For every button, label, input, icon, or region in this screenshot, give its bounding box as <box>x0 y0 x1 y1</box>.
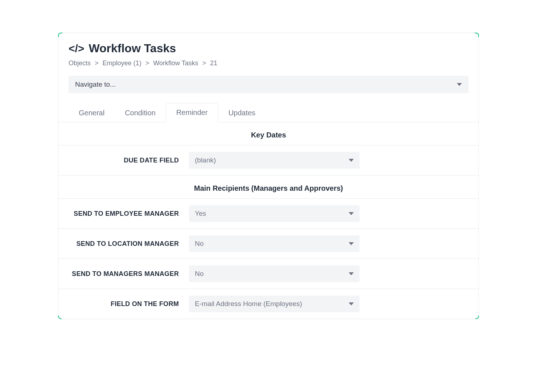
select-send-to-managers-manager[interactable]: No <box>189 265 360 282</box>
label-send-to-managers-manager: SEND TO MANAGERS MANAGER <box>58 270 189 278</box>
chevron-down-icon <box>457 83 462 86</box>
select-value: Yes <box>195 210 206 218</box>
select-field-on-the-form[interactable]: E-mail Address Home (Employees) <box>189 296 360 312</box>
chevron-down-icon <box>349 302 354 305</box>
chevron-down-icon <box>349 159 354 162</box>
breadcrumb-link-employee[interactable]: Employee (1) <box>103 59 142 67</box>
breadcrumb: Objects > Employee (1) > Workflow Tasks … <box>69 59 468 67</box>
label-due-date-field: DUE DATE FIELD <box>58 157 189 164</box>
title-row: </> Workflow Tasks <box>69 42 468 55</box>
tab-updates[interactable]: Updates <box>218 104 266 122</box>
select-due-date-field[interactable]: (blank) <box>189 152 360 169</box>
label-field-on-the-form: FIELD ON THE FORM <box>58 300 189 308</box>
page-title: Workflow Tasks <box>89 42 176 55</box>
section-header-main-recipients: Main Recipients (Managers and Approvers) <box>58 176 479 199</box>
tab-general[interactable]: General <box>69 104 115 122</box>
label-send-to-employee-manager: SEND TO EMPLOYEE MANAGER <box>58 210 189 218</box>
row-send-to-employee-manager: SEND TO EMPLOYEE MANAGER Yes <box>58 199 479 229</box>
select-value: E-mail Address Home (Employees) <box>195 300 302 308</box>
label-send-to-location-manager: SEND TO LOCATION MANAGER <box>58 240 189 248</box>
chevron-down-icon <box>349 242 354 245</box>
chevron-down-icon <box>349 212 354 215</box>
breadcrumb-separator: > <box>95 59 99 67</box>
tab-reminder[interactable]: Reminder <box>166 103 218 122</box>
breadcrumb-current: 21 <box>210 59 217 67</box>
row-send-to-managers-manager: SEND TO MANAGERS MANAGER No <box>58 259 479 289</box>
select-value: No <box>195 240 204 248</box>
panel-workflow-task: </> Workflow Tasks Objects > Employee (1… <box>58 33 479 319</box>
chevron-down-icon <box>349 272 354 275</box>
breadcrumb-separator: > <box>145 59 149 67</box>
tabs: General Condition Reminder Updates <box>58 103 479 122</box>
row-field-on-the-form: FIELD ON THE FORM E-mail Address Home (E… <box>58 289 479 319</box>
tab-condition[interactable]: Condition <box>115 104 166 122</box>
select-send-to-employee-manager[interactable]: Yes <box>189 205 360 222</box>
select-value: (blank) <box>195 156 216 164</box>
navigate-to-placeholder: Navigate to... <box>75 81 116 88</box>
breadcrumb-link-workflow-tasks[interactable]: Workflow Tasks <box>153 59 198 67</box>
section-header-key-dates: Key Dates <box>58 122 479 145</box>
select-send-to-location-manager[interactable]: No <box>189 235 360 252</box>
select-value: No <box>195 270 204 278</box>
breadcrumb-separator: > <box>202 59 206 67</box>
breadcrumb-link-objects[interactable]: Objects <box>69 59 91 67</box>
code-icon: </> <box>69 42 84 55</box>
navigate-to-dropdown[interactable]: Navigate to... <box>69 76 468 93</box>
row-send-to-location-manager: SEND TO LOCATION MANAGER No <box>58 229 479 259</box>
row-due-date-field: DUE DATE FIELD (blank) <box>58 145 479 176</box>
